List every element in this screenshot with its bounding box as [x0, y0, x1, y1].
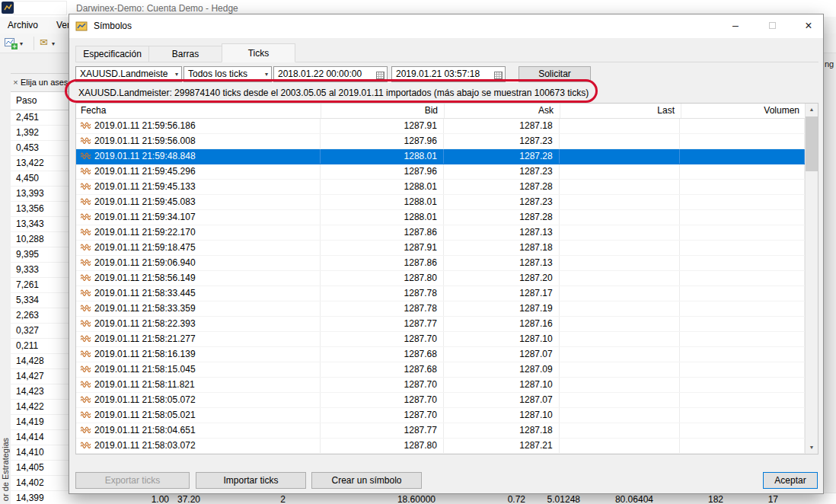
request-button[interactable]: Solicitar [519, 66, 591, 82]
column-header-ask[interactable]: Ask [445, 104, 560, 118]
calendar-grid-icon [376, 72, 384, 79]
paso-value-row[interactable]: 14,419 [11, 415, 69, 430]
column-header-fecha[interactable]: Fecha [76, 104, 321, 118]
paso-value-row[interactable]: 14,423 [11, 384, 69, 400]
date-to-field[interactable]: 2019.01.21 03:57:18 [391, 66, 506, 82]
tick-row[interactable]: 2019.01.11 21:59:22.1701287.861287.13 [76, 225, 805, 241]
tick-date-text: 2019.01.11 21:59:34.107 [94, 210, 196, 225]
tick-row[interactable]: 2019.01.11 21:58:15.0451287.681287.09 [76, 362, 805, 378]
tick-row[interactable]: 2019.01.11 21:58:56.1491287.801287.20 [76, 271, 805, 286]
tick-row[interactable]: 2019.01.11 21:59:18.4751287.911287.18 [76, 241, 805, 256]
paso-value-row[interactable]: 14,427 [11, 369, 69, 384]
paso-value-row[interactable]: 9,333 [11, 263, 69, 278]
paso-value-row[interactable]: 14,414 [11, 430, 69, 445]
calendar-icon[interactable] [493, 69, 503, 79]
paso-column-header[interactable]: Paso [11, 92, 69, 110]
accept-button[interactable]: Aceptar [763, 472, 818, 489]
tick-bid-cell: 1287.91 [321, 241, 444, 255]
tick-row[interactable]: 2019.01.11 21:58:22.3931287.771287.16 [76, 317, 805, 332]
paso-value-row[interactable]: 4,450 [11, 171, 69, 187]
date-from-field[interactable]: 2018.01.22 00:00:00 [273, 66, 388, 82]
paso-value-row[interactable]: 5,334 [11, 293, 69, 308]
tick-row[interactable]: 2019.01.11 21:59:45.0831288.011287.23 [76, 195, 805, 210]
tick-volumen-cell [680, 256, 805, 270]
tick-row[interactable]: 2019.01.11 21:58:05.0211287.701287.10 [76, 408, 805, 423]
paso-value-row[interactable]: 14,422 [11, 400, 69, 415]
paso-value-row[interactable]: 14,399 [11, 491, 69, 504]
tick-row[interactable]: 2019.01.11 21:59:45.1331288.011287.28 [76, 180, 805, 195]
tick-row[interactable]: 2019.01.11 21:59:56.0081287.961287.23 [76, 134, 805, 149]
paso-value-row[interactable]: 0,453 [11, 141, 69, 156]
scroll-up-icon[interactable]: ▲ [806, 104, 818, 116]
expert-selector-label[interactable]: Elija un asesor [21, 78, 69, 87]
paso-value-row[interactable]: 0,211 [11, 339, 69, 354]
tick-wave-icon [81, 241, 91, 255]
scroll-down-icon[interactable]: ▼ [806, 442, 818, 454]
scrollbar-thumb[interactable] [806, 116, 818, 171]
column-header-last[interactable]: Last [560, 104, 681, 118]
calendar-icon[interactable] [375, 69, 385, 79]
tick-date-cell: 2019.01.11 21:58:15.045 [76, 362, 321, 377]
tick-date-cell: 2019.01.11 21:59:34.107 [76, 210, 321, 225]
paso-value-row[interactable]: 13,422 [11, 156, 69, 171]
tick-last-cell [560, 210, 681, 225]
tick-wave-icon [81, 119, 91, 133]
tick-row[interactable]: 2019.01.11 21:58:11.8211287.701287.10 [76, 378, 805, 393]
tick-row[interactable]: 2019.01.11 21:58:04.6511287.771287.18 [76, 423, 805, 439]
new-chart-dropdown-icon[interactable]: ▾ [20, 40, 23, 47]
background-column-fragment: ng [825, 59, 834, 69]
column-header-bid[interactable]: Bid [321, 104, 445, 118]
tick-row[interactable]: 2019.01.11 21:59:34.1071288.011287.28 [76, 210, 805, 225]
menu-archivo[interactable]: Archivo [8, 20, 38, 30]
close-button[interactable]: × [796, 14, 822, 38]
paso-value-row[interactable]: 1,392 [11, 126, 69, 141]
symbol-combobox[interactable]: XAUUSD.Landmeiste ▾ [75, 66, 182, 82]
paso-value-row[interactable]: 13,356 [11, 202, 69, 217]
tab-especificacion[interactable]: Especificación [75, 46, 149, 62]
paso-value-row[interactable]: 9,395 [11, 247, 69, 263]
tick-volumen-cell [680, 301, 805, 316]
tick-row[interactable]: 2019.01.11 21:59:06.9401287.861287.13 [76, 256, 805, 271]
tick-row[interactable]: 2019.01.11 21:58:05.0721287.701287.07 [76, 393, 805, 408]
paso-value-row[interactable]: 13,343 [11, 217, 69, 232]
tick-row[interactable]: 2019.01.11 21:58:33.3591287.781287.19 [76, 301, 805, 317]
result-cell: 18.60000 [388, 494, 436, 504]
tick-row[interactable]: 2019.01.11 21:58:03.0721287.801287.21 [76, 439, 805, 454]
tick-row[interactable]: 2019.01.11 21:58:33.4451287.781287.17 [76, 286, 805, 301]
column-header-volumen[interactable]: Volumen [681, 104, 806, 118]
paso-value-row[interactable]: 10,288 [11, 232, 69, 247]
new-chart-icon[interactable] [5, 37, 18, 52]
minimize-button[interactable]: – [723, 14, 748, 38]
tick-date-cell: 2019.01.11 21:58:33.359 [76, 301, 321, 316]
paso-value-row[interactable]: 14,428 [11, 354, 69, 369]
maximize-button[interactable] [759, 14, 785, 38]
tick-row[interactable]: 2019.01.11 21:58:16.1391287.681287.07 [76, 347, 805, 362]
panel-close-icon[interactable]: × [11, 74, 21, 91]
tick-date-cell: 2019.01.11 21:58:11.821 [76, 378, 321, 392]
paso-value-row[interactable]: 2,451 [11, 110, 69, 126]
paso-value-row[interactable]: 14,410 [11, 445, 69, 461]
paso-value-row[interactable]: 0,327 [11, 324, 69, 339]
paso-value-row[interactable]: 14,402 [11, 476, 69, 491]
tick-row[interactable]: 2019.01.11 21:58:21.2771287.701287.10 [76, 332, 805, 347]
tick-volumen-cell [680, 439, 805, 453]
mail-dropdown-icon[interactable]: ▾ [52, 40, 55, 47]
mail-icon[interactable]: ✉ [40, 37, 48, 48]
paso-value-row[interactable]: 2,263 [11, 308, 69, 324]
tick-row[interactable]: 2019.01.11 21:59:45.2961287.961287.23 [76, 164, 805, 180]
create-symbol-button[interactable]: Crear un símbolo [311, 472, 422, 489]
tick-ask-cell: 1287.13 [444, 225, 560, 240]
paso-value-row[interactable]: 14,405 [11, 461, 69, 476]
tab-barras[interactable]: Barras [148, 46, 222, 62]
vertical-scrollbar[interactable]: ▲ ▼ [805, 104, 818, 454]
paso-value-row[interactable]: 13,393 [11, 187, 69, 202]
import-ticks-button[interactable]: Importar ticks [196, 472, 306, 489]
paso-value-row[interactable]: 7,261 [11, 278, 69, 293]
export-ticks-button[interactable]: Exportar ticks [75, 472, 190, 489]
dialog-titlebar[interactable]: Símbolos – × [69, 14, 823, 38]
strategy-tester-vertical-tab[interactable]: or de Estrategias [1, 438, 10, 501]
tick-row[interactable]: 2019.01.11 21:59:48.8481288.011287.28 [76, 149, 805, 164]
tab-ticks[interactable]: Ticks [222, 43, 295, 62]
tick-row[interactable]: 2019.01.11 21:59:56.1861287.911287.18 [76, 119, 805, 134]
tick-mode-combobox[interactable]: Todos los ticks ▾ [183, 66, 272, 82]
